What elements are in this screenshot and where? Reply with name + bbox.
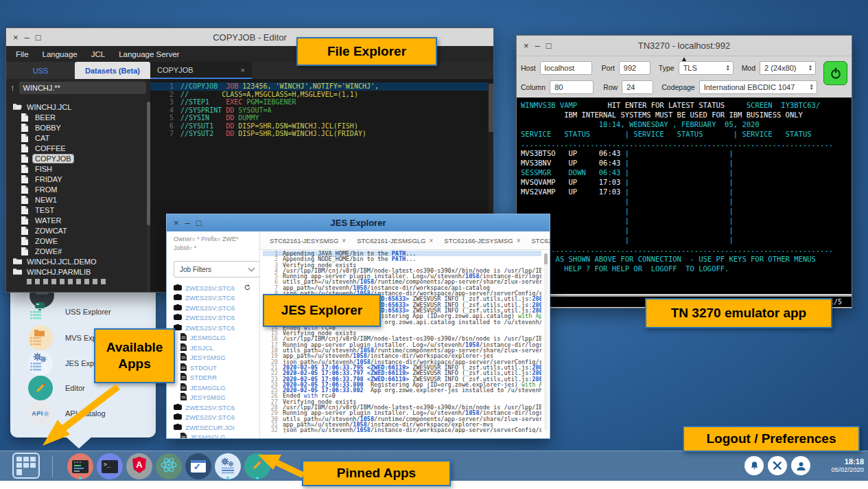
code-token: DD [226, 122, 234, 130]
tree-item-new1[interactable]: NEW1 [6, 194, 146, 205]
tab-uss[interactable]: USS [6, 62, 75, 79]
job-item-zwes2sv:stc6[interactable]: ZWES2SV:STC6 [174, 313, 259, 323]
tree-item-winchj.jcl.demo[interactable]: WINCHJ.JCL.DEMO [6, 256, 146, 266]
connect-power-button[interactable] [823, 61, 847, 85]
tree-item-water[interactable]: WATER [6, 215, 146, 225]
job-label: JESYSMSG [190, 354, 226, 361]
file-icon [21, 237, 30, 245]
tree-item-label: ZOWE# [33, 247, 64, 255]
spool-file-jesmsglg[interactable]: JESMSGLG [174, 433, 259, 439]
tree-item-zowe[interactable]: ZOWE [6, 236, 146, 246]
tab-datasets[interactable]: Datasets (Beta) [75, 62, 150, 79]
up-level-icon[interactable]: ↑ [10, 82, 15, 93]
tree-item-coffee[interactable]: COFFEE [6, 143, 146, 153]
spool-file-jesysmsg[interactable]: JESYSMSG [174, 353, 259, 363]
mod-select[interactable]: 2 (24x80) ▲▼ [760, 61, 816, 75]
job-label: JESMSGLG [190, 384, 226, 391]
jes-tab-stc62161-jesysmsg[interactable]: STC62161-JESYSMSG× [266, 237, 350, 244]
menu-file[interactable]: File [16, 50, 29, 58]
tree-item-copyjob[interactable]: COPYJOB [6, 153, 146, 163]
clock-time: 18:18 [814, 457, 864, 466]
refresh-icon[interactable] [244, 284, 251, 293]
doc-tab-copyjob[interactable]: COPYJOB × [150, 62, 252, 79]
jes-gears-icon [218, 456, 238, 477]
menu-language-server[interactable]: Language Server [119, 50, 179, 58]
tab-close-icon[interactable]: × [517, 237, 521, 244]
job-item-zwes2sv:stc6[interactable]: ZWES2SV:STC6 [174, 283, 259, 293]
code-token: 123456, 'WINCHJ',NOTIFY='WINCHJ', [242, 82, 379, 91]
arrow-to-pinned-apps [253, 448, 307, 481]
spool-file-jesmsglg[interactable]: JESMSGLG [174, 383, 259, 393]
jes-titlebar[interactable]: × – □ JES Explorer [167, 214, 550, 231]
jes-tab-stc62166-jesysmsg[interactable]: STC62166-JESYSMSG× [440, 237, 524, 244]
jes-tab-label: STC62161-JESMSGLG [357, 237, 425, 244]
tree-item-zowe#[interactable]: ZOWE# [6, 246, 146, 256]
spool-file-stderr[interactable]: STDERR [174, 373, 259, 383]
start-button[interactable] [12, 453, 40, 479]
job-filters-dropdown[interactable]: Job Filters [174, 261, 260, 277]
host-input[interactable]: localhost [540, 61, 592, 75]
spool-file-stdout[interactable]: STDOUT [174, 363, 259, 373]
collapse-panel-icon[interactable]: ▲ [681, 55, 688, 62]
spool-file-jesmsglg[interactable]: JESMSGLG [174, 333, 259, 343]
angular-app[interactable]: A [126, 453, 152, 479]
job-item-zwes2sv:stc6[interactable]: ZWES2SV:STC6 [174, 413, 259, 423]
terminal-screen[interactable]: WINMVS3B VAMP HIT ENTER FOR LATEST STATU… [517, 98, 852, 294]
tn3270-app[interactable] [67, 453, 93, 479]
tree-item-from[interactable]: FROM [6, 184, 146, 194]
job-label: JESMSGLG [190, 433, 226, 438]
menu-language[interactable]: Language [43, 50, 78, 58]
job-item-zwes2sv:stc6[interactable]: ZWES2SV:STC6 [174, 303, 259, 313]
tree-item-winchj.jcl[interactable]: WINCHJ.JCL [6, 102, 146, 112]
job-item-zwes2sv:stc6[interactable]: ZWES2SV:STC6 [174, 402, 259, 413]
app-menu-item-uss-explorer[interactable]: USS Explorer [10, 299, 156, 325]
job-icon [174, 284, 182, 292]
react-app[interactable] [156, 453, 182, 479]
spool-file-icon [180, 343, 187, 352]
preferences-button[interactable] [768, 456, 787, 475]
spool-file-jesysmsg[interactable]: JESYSMSG [174, 393, 259, 403]
job-icon [174, 424, 182, 431]
tree-item-fish[interactable]: FISH [6, 163, 146, 174]
row-input[interactable]: 24 [622, 80, 653, 94]
tab-close-icon[interactable]: × [241, 66, 245, 74]
running-indicator [79, 477, 82, 479]
job-item-zwesecur:joi[interactable]: ZWESECUR:JOI [174, 422, 259, 433]
tree-item-zowcat[interactable]: ZOWCAT [6, 225, 146, 236]
jes-tab-bar: STC62161-JESYSMSG×STC62161-JESMSGLG×STC6… [260, 231, 550, 250]
code-token: CLASS=A,MSGCLASS=H,MSGLEVEL=(1,1) [222, 91, 358, 99]
tree-item-test[interactable]: TEST [6, 205, 146, 215]
codepage-select[interactable]: International EBCDIC 1047 ▲▼ [699, 80, 817, 94]
vt-terminal-app[interactable]: >_ [97, 453, 123, 479]
jes-tab-stc62166-jesm[interactable]: STC62166-JESM× [528, 237, 550, 244]
job-output-log[interactable]: 1Appending JAVA_HOME/bin to the PATH...2… [263, 251, 541, 433]
sample-check-app[interactable]: ✓ [185, 453, 211, 479]
dataset-filter-input[interactable]: WINCHJ.** [19, 82, 147, 94]
port-input[interactable]: 992 [619, 61, 650, 75]
tn3270-titlebar[interactable]: × – □ TN3270 - localhost:992 [517, 36, 852, 56]
spool-file-jesjcl[interactable]: JESJCL [174, 343, 259, 353]
jes-tab-stc62161-jesmsglg[interactable]: STC62161-JESMSGLG× [353, 237, 437, 244]
tree-item-winchj.parmlib[interactable]: WINCHJ.PARMLIB [6, 266, 146, 277]
user-logout-button[interactable] [791, 456, 810, 475]
clock: 18:18 05/02/2020 [814, 457, 864, 474]
tree-item-cat[interactable]: CAT [6, 133, 146, 143]
menu-jcl[interactable]: JCL [91, 50, 105, 58]
tree-item-bobby[interactable]: BOBBY [6, 122, 146, 133]
log-scrollbar[interactable] [544, 252, 548, 431]
column-input[interactable]: 80 [550, 80, 594, 94]
log-line-number: 5 [263, 273, 283, 279]
spool-file-icon [180, 383, 187, 392]
tree-item-friday[interactable]: FRIDAY [6, 174, 146, 184]
tab-close-icon[interactable]: × [430, 237, 434, 244]
tree-item-beer[interactable]: BEER [6, 112, 146, 122]
job-item-zwes2sv:stc6[interactable]: ZWES2SV:STC6 [174, 323, 259, 333]
type-select[interactable]: TLS ▲▼ [679, 61, 734, 75]
system-tray: 18:18 05/02/2020 [740, 451, 868, 481]
code-token: DUMMY [238, 114, 259, 122]
tab-close-icon[interactable]: × [342, 237, 346, 244]
job-item-zwes2sv:stc6[interactable]: ZWES2SV:STC6 [174, 293, 259, 304]
notifications-button[interactable] [744, 456, 764, 475]
jes-explorer-app[interactable] [215, 453, 241, 479]
jobid-text: JobId= * [174, 244, 259, 253]
